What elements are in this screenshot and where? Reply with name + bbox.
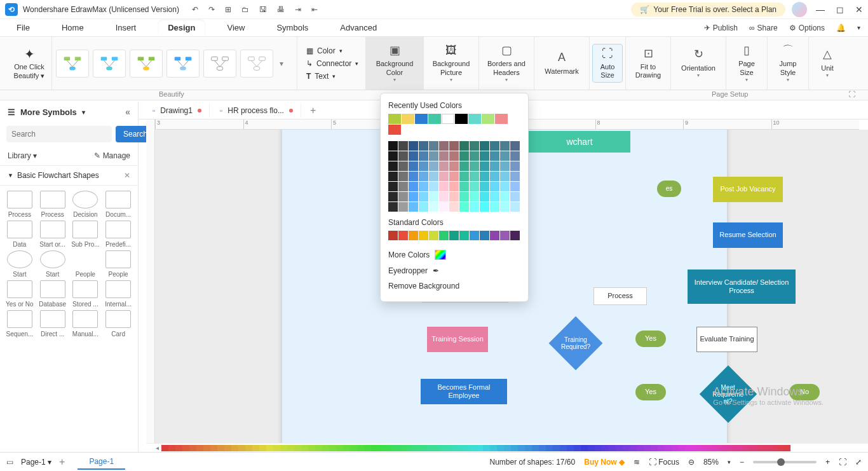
menu-view[interactable]: View <box>219 20 254 35</box>
shape-process[interactable]: Process <box>4 191 36 218</box>
theme-more-icon[interactable]: ▾ <box>277 59 286 68</box>
menu-home[interactable]: Home <box>53 20 93 35</box>
swatch[interactable] <box>459 151 469 161</box>
strip-swatch[interactable] <box>343 445 350 451</box>
export-icon[interactable]: ⇥ <box>295 5 301 14</box>
swatch[interactable] <box>409 192 418 201</box>
options-button[interactable]: ⚙Options <box>789 24 825 32</box>
swatch[interactable] <box>470 151 479 161</box>
theme-card-5[interactable] <box>203 50 236 78</box>
add-page-button[interactable]: + <box>59 456 65 468</box>
swatch[interactable] <box>480 231 489 240</box>
strip-swatch[interactable] <box>714 445 721 451</box>
import-icon[interactable]: ⇤ <box>311 5 318 14</box>
swatch[interactable] <box>500 141 510 151</box>
strip-swatch[interactable] <box>413 445 420 451</box>
strip-swatch[interactable] <box>392 445 399 451</box>
swatch[interactable] <box>480 202 489 212</box>
strip-swatch[interactable] <box>532 445 539 451</box>
strip-swatch[interactable] <box>259 445 266 451</box>
shape-card[interactable]: Card <box>102 310 134 338</box>
strip-swatch[interactable] <box>602 445 609 451</box>
strip-swatch[interactable] <box>350 445 357 451</box>
strip-swatch[interactable] <box>462 445 469 451</box>
swatch[interactable] <box>459 231 469 240</box>
strip-swatch[interactable] <box>336 445 343 451</box>
swatch[interactable] <box>500 182 510 191</box>
swatch[interactable] <box>449 141 459 151</box>
fullscreen-icon[interactable]: ⤢ <box>855 458 862 467</box>
theme-card-4[interactable] <box>166 50 200 78</box>
node-no[interactable]: No <box>789 384 820 400</box>
publish-button[interactable]: ✈Publish <box>704 24 738 32</box>
redo-icon[interactable]: ↷ <box>208 5 215 14</box>
shape-manual...[interactable]: Manual... <box>70 310 102 338</box>
background-color-button[interactable]: ▣Background Color▾ <box>371 41 418 86</box>
swatch[interactable] <box>439 172 449 181</box>
strip-swatch[interactable] <box>448 445 455 451</box>
strip-swatch[interactable] <box>434 445 441 451</box>
strip-swatch[interactable] <box>427 445 434 451</box>
page-tab[interactable]: Page-1 <box>78 454 125 470</box>
one-click-beautify-button[interactable]: ✦ One Click Beautify ▾ <box>4 46 55 79</box>
strip-swatch[interactable] <box>245 445 252 451</box>
shape-sub pro...[interactable]: Sub Pro... <box>70 221 102 248</box>
remove-background-button[interactable]: Remove Background <box>388 278 520 294</box>
swatch[interactable] <box>388 192 398 201</box>
auto-size-button[interactable]: ⛶Auto Size <box>592 44 623 83</box>
strip-swatch[interactable] <box>455 445 462 451</box>
strip-swatch[interactable] <box>637 445 644 451</box>
swatch[interactable] <box>500 151 510 161</box>
swatch[interactable] <box>480 192 489 201</box>
strip-swatch[interactable] <box>483 445 490 451</box>
strip-swatch[interactable] <box>217 445 224 451</box>
strip-swatch[interactable] <box>574 445 581 451</box>
background-picture-button[interactable]: 🖼Background Picture▾ <box>428 41 475 86</box>
strip-swatch[interactable] <box>420 445 427 451</box>
strip-swatch[interactable] <box>665 445 672 451</box>
strip-swatch[interactable] <box>672 445 679 451</box>
strip-swatch[interactable] <box>707 445 714 451</box>
menu-advanced[interactable]: Advanced <box>331 20 386 35</box>
node-yes-2[interactable]: Yes <box>635 331 666 347</box>
strip-swatch[interactable] <box>525 445 532 451</box>
shape-people[interactable]: People <box>102 250 134 278</box>
swatch[interactable] <box>409 161 418 171</box>
swatch[interactable] <box>398 172 408 181</box>
shape-sequen...[interactable]: Sequen... <box>4 310 36 338</box>
swatch[interactable] <box>459 182 469 191</box>
avatar[interactable] <box>792 2 807 17</box>
strip-swatch[interactable] <box>364 445 371 451</box>
swatch[interactable] <box>429 141 438 151</box>
swatch[interactable] <box>388 114 401 124</box>
zoom-level[interactable]: 85% <box>703 458 719 467</box>
strip-swatch[interactable] <box>406 445 413 451</box>
strip-swatch[interactable] <box>385 445 392 451</box>
strip-swatch[interactable] <box>231 445 238 451</box>
node-yes-3[interactable]: Yes <box>635 384 666 400</box>
undo-icon[interactable]: ↶ <box>192 5 198 14</box>
close-category-icon[interactable]: ✕ <box>124 171 130 180</box>
swatch[interactable] <box>388 182 398 191</box>
more-colors-button[interactable]: More Colors <box>388 247 520 263</box>
focus-button[interactable]: ⛶ Focus <box>649 458 679 467</box>
swatch[interactable] <box>449 151 459 161</box>
swatch[interactable] <box>449 192 459 201</box>
strip-swatch[interactable] <box>776 445 783 451</box>
swatch[interactable] <box>480 161 489 171</box>
swatch[interactable] <box>470 172 479 181</box>
strip-swatch[interactable] <box>609 445 616 451</box>
swatch[interactable] <box>429 161 438 171</box>
swatch[interactable] <box>510 182 520 191</box>
swatch[interactable] <box>388 125 401 135</box>
strip-swatch[interactable] <box>189 445 196 451</box>
strip-swatch[interactable] <box>651 445 658 451</box>
strip-swatch[interactable] <box>539 445 546 451</box>
chevron-down-icon[interactable]: ▾ <box>857 24 860 31</box>
swatch[interactable] <box>388 141 398 151</box>
strip-swatch[interactable] <box>644 445 651 451</box>
library-dropdown[interactable]: Library ▾ <box>8 151 37 160</box>
strip-swatch[interactable] <box>357 445 364 451</box>
swatch[interactable] <box>439 202 449 212</box>
swatch[interactable] <box>442 114 454 124</box>
